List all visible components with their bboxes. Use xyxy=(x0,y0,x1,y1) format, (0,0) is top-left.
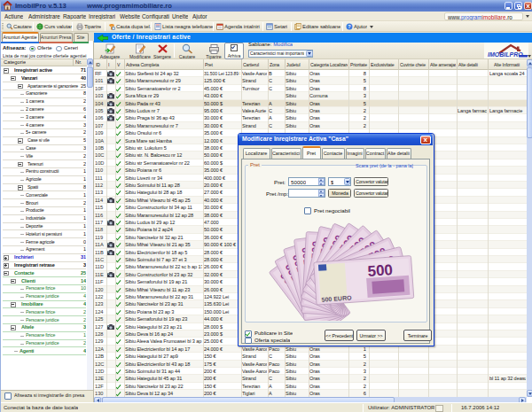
svg-text:IMOBILPRO: IMOBILPRO xyxy=(488,51,523,57)
